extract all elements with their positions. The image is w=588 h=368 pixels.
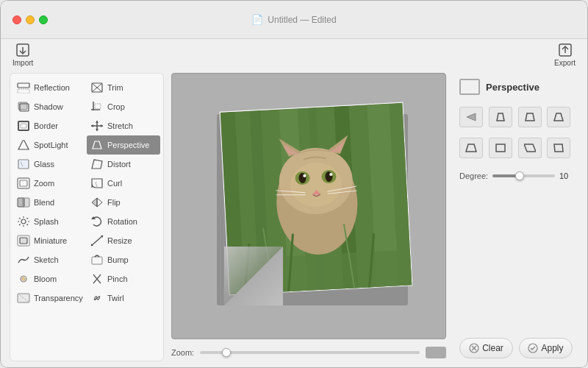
persp-prev-button[interactable] — [459, 107, 483, 127]
minimize-button[interactable] — [26, 15, 35, 24]
import-button[interactable]: Import — [12, 42, 33, 67]
tool-resize[interactable]: Resize — [87, 231, 160, 250]
tool-zoom-label: Zoom — [34, 179, 54, 188]
tool-reflection-label: Reflection — [34, 83, 70, 92]
tool-row-3: Border Stretch — [13, 116, 160, 135]
main-window: 📄 Untitled — Edited Import Export — [0, 0, 588, 368]
document-icon: 📄 — [251, 14, 263, 25]
svg-rect-15 — [21, 124, 26, 128]
tool-miniature[interactable]: Miniature — [13, 231, 87, 250]
curl-icon — [90, 177, 104, 190]
tool-row-9: Miniature Resize — [13, 231, 160, 250]
tool-distort[interactable]: Distort — [87, 155, 160, 174]
tool-curl-label: Curl — [107, 179, 122, 188]
tool-trim[interactable]: Trim — [87, 78, 160, 97]
tool-splash[interactable]: Splash — [13, 212, 87, 231]
persp-shape5-button[interactable] — [489, 138, 512, 158]
top-toolbar: Import Export — [1, 39, 587, 67]
tool-glass[interactable]: Glass — [13, 155, 87, 174]
persp-shape3-icon — [553, 112, 564, 122]
svg-rect-47 — [92, 257, 102, 264]
svg-marker-86 — [526, 113, 534, 121]
svg-marker-18 — [96, 121, 98, 123]
svg-marker-31 — [97, 198, 102, 207]
persp-shape1-button[interactable] — [489, 107, 512, 127]
bump-icon — [90, 253, 104, 266]
perspective-tool-icon — [90, 138, 104, 152]
canvas-container[interactable] — [171, 73, 446, 339]
persp-shape4-button[interactable] — [459, 138, 483, 158]
zoom-slider[interactable] — [200, 351, 420, 354]
svg-marker-90 — [524, 144, 536, 152]
svg-marker-25 — [92, 160, 102, 169]
clear-button[interactable]: Clear — [459, 338, 513, 358]
tool-crop-label: Crop — [107, 102, 125, 111]
apply-button[interactable]: Apply — [519, 338, 573, 358]
persp-shape1-icon — [495, 112, 506, 122]
tool-bloom[interactable]: Bloom — [13, 269, 87, 289]
tool-curl[interactable]: Curl — [87, 174, 160, 193]
import-icon — [15, 42, 31, 58]
tool-blend[interactable]: Blend — [13, 193, 87, 212]
tool-reflection[interactable]: Reflection — [13, 78, 87, 97]
persp-shape7-button[interactable] — [547, 138, 570, 158]
svg-rect-89 — [496, 144, 505, 152]
persp-shape6-button[interactable] — [518, 138, 542, 158]
tool-transparency[interactable]: Transparency — [13, 289, 87, 308]
rotation-icon — [90, 215, 104, 228]
bloom-icon — [16, 272, 31, 286]
tool-rotation-label: Rotation — [107, 217, 137, 226]
tool-rotation[interactable]: Rotation — [87, 212, 160, 231]
zoom-icon — [16, 177, 31, 190]
tool-perspective[interactable]: Perspective — [87, 135, 160, 155]
tool-crop[interactable]: Crop — [87, 97, 160, 116]
persp-left-icon — [465, 112, 477, 122]
tool-stretch[interactable]: Stretch — [87, 116, 160, 135]
titlebar: 📄 Untitled — Edited — [1, 1, 587, 39]
blend-icon — [16, 196, 31, 209]
tool-sketch[interactable]: Sketch — [13, 250, 87, 269]
maximize-button[interactable] — [39, 15, 48, 24]
window-title: Untitled — Edited — [268, 15, 336, 25]
degree-thumb[interactable] — [515, 171, 524, 180]
export-button[interactable]: Export — [554, 42, 576, 67]
tool-shadow[interactable]: Shadow — [13, 97, 87, 116]
persp-shape3-button[interactable] — [547, 107, 570, 127]
svg-marker-20 — [91, 124, 93, 127]
tool-bump[interactable]: Bump — [87, 250, 160, 269]
tool-twirl[interactable]: Twirl — [87, 289, 160, 308]
export-label: Export — [554, 59, 576, 67]
persp-shape6-icon — [524, 143, 536, 153]
svg-rect-29 — [23, 198, 29, 207]
reflection-icon — [16, 81, 31, 94]
shadow-icon — [16, 100, 31, 113]
tool-pinch-label: Pinch — [107, 275, 128, 283]
perspective-header-icon — [459, 79, 480, 95]
curl-overlay — [224, 247, 283, 305]
bottom-buttons: Clear Apply — [453, 335, 578, 361]
canvas-area: Zoom: — [171, 73, 446, 361]
tool-border[interactable]: Border — [13, 116, 87, 135]
main-content: Reflection Trim Shadow — [1, 67, 587, 367]
right-panel-header: Perspective — [453, 74, 578, 99]
right-panel: Perspective — [453, 73, 578, 361]
tool-flip[interactable]: Flip — [87, 193, 160, 212]
tool-flip-label: Flip — [107, 198, 121, 207]
apply-label: Apply — [541, 343, 563, 353]
persp-shape7-icon — [553, 143, 564, 153]
tool-zoom[interactable]: Zoom — [13, 174, 87, 193]
zoom-thumb[interactable] — [222, 348, 231, 357]
tool-miniature-label: Miniature — [34, 236, 67, 245]
export-icon — [557, 42, 573, 58]
tool-shadow-label: Shadow — [34, 102, 63, 111]
svg-line-44 — [91, 236, 103, 246]
close-button[interactable] — [12, 15, 21, 24]
tool-spotlight[interactable]: SpotLight — [13, 135, 87, 155]
svg-line-39 — [19, 224, 21, 226]
degree-slider[interactable] — [492, 174, 555, 177]
import-label: Import — [12, 59, 33, 67]
tool-pinch[interactable]: Pinch — [87, 269, 160, 289]
stretch-icon — [90, 119, 104, 132]
persp-shape2-button[interactable] — [518, 107, 542, 127]
sketch-icon — [16, 253, 31, 266]
